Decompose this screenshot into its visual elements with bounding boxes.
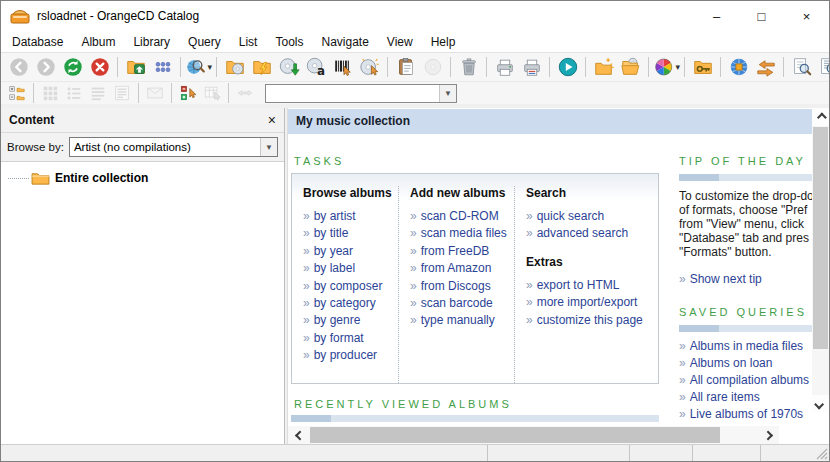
menu-item[interactable]: Database — [3, 33, 72, 51]
task-link-label[interactable]: by category — [314, 296, 376, 310]
find-icon[interactable] — [788, 55, 815, 80]
type-manually-icon[interactable] — [356, 55, 383, 80]
horizontal-scroll-thumb[interactable] — [310, 427, 720, 443]
scan-media-icon[interactable] — [248, 55, 275, 80]
task-link[interactable]: » type manually — [410, 313, 514, 330]
expand-nodes-icon[interactable] — [176, 83, 200, 103]
task-link[interactable]: » by genre — [303, 313, 398, 330]
task-link-label[interactable]: customize this page — [537, 313, 643, 327]
menu-item[interactable]: Album — [72, 33, 124, 51]
task-link-label[interactable]: type manually — [421, 313, 495, 327]
play-icon[interactable] — [554, 55, 581, 80]
task-link[interactable]: » by producer — [303, 348, 398, 365]
saved-query-link[interactable]: » All rare items — [679, 390, 812, 407]
menu-item[interactable]: Navigate — [312, 33, 377, 51]
saved-query-link[interactable]: » All compilation albums — [679, 373, 812, 390]
task-link-label[interactable]: by genre — [314, 313, 361, 327]
amazon-icon[interactable]: a — [302, 55, 329, 80]
close-button[interactable]: × — [784, 1, 829, 31]
menu-item[interactable]: View — [378, 33, 422, 51]
horizontal-scrollbar[interactable] — [288, 426, 779, 444]
task-link[interactable]: » from FreeDB — [410, 244, 514, 261]
task-link[interactable]: » scan barcode — [410, 296, 514, 313]
task-link-label[interactable]: by title — [314, 226, 349, 240]
tree-item-entire-collection[interactable]: Entire collection — [1, 169, 284, 187]
task-link-label[interactable]: by format — [314, 331, 364, 345]
task-link[interactable]: » by title — [303, 226, 398, 243]
task-link[interactable]: » customize this page — [526, 313, 650, 330]
scroll-right-button[interactable] — [759, 426, 779, 444]
task-link[interactable]: » more import/export — [526, 295, 650, 312]
task-link-label[interactable]: by year — [314, 244, 353, 258]
saved-query-label[interactable]: All rare items — [690, 390, 760, 404]
refresh-icon[interactable] — [59, 55, 86, 80]
task-link-label[interactable]: by artist — [314, 209, 356, 223]
task-link-label[interactable]: scan media files — [421, 226, 507, 240]
print-image-icon[interactable] — [518, 55, 545, 80]
task-link[interactable]: » scan media files — [410, 226, 514, 243]
show-next-tip-link[interactable]: » Show next tip — [679, 272, 812, 289]
home-icon[interactable] — [122, 55, 149, 80]
scroll-up-button[interactable] — [812, 108, 829, 126]
task-link[interactable]: » by category — [303, 296, 398, 313]
saved-query-label[interactable]: Albums on loan — [690, 356, 773, 370]
browse-by-select[interactable]: Artist (no compilations) ▼ — [69, 137, 278, 157]
saved-query-link[interactable]: » Albums on loan — [679, 356, 812, 373]
forward-icon[interactable] — [32, 55, 59, 80]
task-link[interactable]: » from Discogs — [410, 279, 514, 296]
task-link-label[interactable]: by producer — [314, 348, 377, 362]
open-folder-icon[interactable] — [617, 55, 644, 80]
task-link[interactable]: » by year — [303, 244, 398, 261]
combobox-dropdown-icon[interactable]: ▼ — [439, 85, 456, 102]
browse-by-dropdown-icon[interactable]: ▼ — [260, 138, 277, 156]
freedb-download-icon[interactable] — [275, 55, 302, 80]
task-link[interactable]: » by composer — [303, 279, 398, 296]
task-link-label[interactable]: more import/export — [537, 295, 638, 309]
web-search-icon[interactable]: ▾ — [185, 55, 212, 80]
delete-icon[interactable] — [455, 55, 482, 80]
filter-combobox[interactable]: ▼ — [265, 84, 457, 103]
task-link[interactable]: » quick search — [526, 209, 650, 226]
task-link-label[interactable]: export to HTML — [537, 278, 620, 292]
menu-item[interactable]: List — [230, 33, 267, 51]
task-link-label[interactable]: scan barcode — [421, 296, 493, 310]
task-link-label[interactable]: from Discogs — [421, 279, 491, 293]
saved-query-link[interactable]: » Albums in media files — [679, 339, 812, 356]
task-link-label[interactable]: by label — [314, 261, 355, 275]
folder-key-icon[interactable] — [689, 55, 716, 80]
menu-item[interactable]: Tools — [266, 33, 312, 51]
task-link[interactable]: » by format — [303, 331, 398, 348]
task-link[interactable]: » export to HTML — [526, 278, 650, 295]
vertical-scrollbar[interactable] — [812, 108, 829, 413]
paste-icon[interactable] — [392, 55, 419, 80]
new-folder-icon[interactable] — [590, 55, 617, 80]
menu-item[interactable]: Library — [124, 33, 179, 51]
task-link-label[interactable]: scan CD-ROM — [421, 209, 499, 223]
saved-query-link[interactable]: » Live albums of 1970s — [679, 407, 812, 424]
menu-item[interactable]: Help — [422, 33, 465, 51]
find-next-icon[interactable] — [815, 55, 830, 80]
vertical-scroll-thumb[interactable] — [813, 127, 828, 349]
colors-icon[interactable]: ▾ — [653, 55, 680, 80]
resize-grip-icon[interactable] — [816, 448, 828, 460]
barcode-icon[interactable] — [329, 55, 356, 80]
view-dots-icon[interactable] — [149, 55, 176, 80]
task-link-label[interactable]: by composer — [314, 279, 383, 293]
tree-panel-icon[interactable] — [5, 83, 29, 103]
saved-query-label[interactable]: Albums in media files — [690, 339, 803, 353]
scroll-down-button[interactable] — [812, 395, 829, 413]
task-link-label[interactable]: advanced search — [537, 226, 628, 240]
show-next-tip-label[interactable]: Show next tip — [690, 272, 762, 286]
task-link-label[interactable]: from Amazon — [421, 261, 492, 275]
scroll-left-button[interactable] — [288, 426, 308, 444]
saved-query-label[interactable]: Live albums of 1970s — [690, 407, 803, 421]
stop-icon[interactable] — [86, 55, 113, 80]
task-link[interactable]: » by label — [303, 261, 398, 278]
task-link[interactable]: » scan CD-ROM — [410, 209, 514, 226]
scan-cdrom-icon[interactable] — [221, 55, 248, 80]
task-link[interactable]: » advanced search — [526, 226, 650, 243]
maximize-button[interactable]: □ — [739, 1, 784, 31]
task-link[interactable]: » from Amazon — [410, 261, 514, 278]
sync-icon[interactable] — [752, 55, 779, 80]
web-export-icon[interactable] — [725, 55, 752, 80]
